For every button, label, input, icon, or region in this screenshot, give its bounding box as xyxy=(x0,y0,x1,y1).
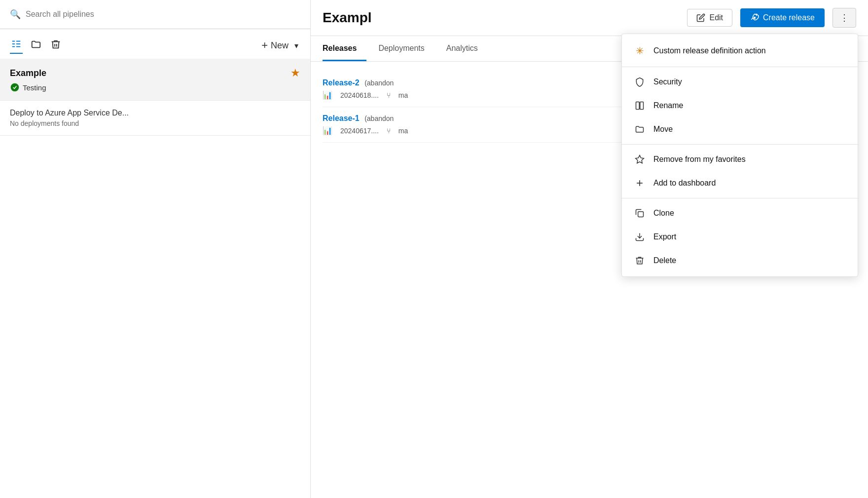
dropdown-item-add-dashboard[interactable]: Add to dashboard xyxy=(622,171,858,195)
search-icon: 🔍 xyxy=(10,9,21,20)
tab-deployments[interactable]: Deployments xyxy=(378,36,434,61)
new-btn-group: + New ▾ xyxy=(257,37,300,54)
more-dots-icon: ⋮ xyxy=(840,13,849,23)
deploy-icon: 📊 xyxy=(323,90,332,100)
deploy-icon-2: 📊 xyxy=(323,126,332,135)
dropdown-item-move[interactable]: Move xyxy=(622,117,858,141)
clone-icon xyxy=(634,208,646,218)
svg-point-6 xyxy=(11,83,19,92)
dropdown-item-export[interactable]: Export xyxy=(622,225,858,249)
delete-icon xyxy=(634,256,646,266)
secondary-pipeline-name: Deploy to Azure App Service De... xyxy=(10,109,300,117)
svg-marker-10 xyxy=(636,155,644,163)
search-bar: 🔍 xyxy=(0,0,310,29)
release-1-date: 20240617.... xyxy=(340,127,379,135)
list-icon-button[interactable] xyxy=(10,38,23,54)
create-release-button[interactable]: Create release xyxy=(740,8,825,27)
dropdown-divider-1 xyxy=(622,67,858,67)
branch-icon: ⑂ xyxy=(387,91,391,99)
dropdown-item-label-remove-fav: Remove from my favorites xyxy=(653,155,746,164)
dropdown-item-label-security: Security xyxy=(653,77,682,86)
pipeline-item-header: Example ★ xyxy=(10,67,300,79)
star-icon[interactable]: ★ xyxy=(290,67,300,79)
secondary-pipeline-sub: No deployments found xyxy=(10,119,300,127)
release-1-branch: ma xyxy=(398,127,408,135)
svg-rect-8 xyxy=(636,102,640,110)
create-release-button-label: Create release xyxy=(763,13,815,22)
pipeline-item-example[interactable]: Example ★ Testing xyxy=(0,59,310,101)
plus-icon: + xyxy=(261,39,268,52)
release-2-status: (abandon xyxy=(364,79,394,87)
new-chevron-button[interactable]: ▾ xyxy=(292,39,300,52)
release-2-date: 20240618.... xyxy=(340,91,379,99)
dropdown-item-rename[interactable]: Rename xyxy=(622,94,858,117)
dropdown-item-custom-action[interactable]: ✳ Custom release definition action xyxy=(622,38,858,64)
dropdown-item-security[interactable]: Security xyxy=(622,70,858,94)
folder-move-icon xyxy=(634,124,646,134)
pipeline-status: Testing xyxy=(10,82,300,92)
dropdown-divider-3 xyxy=(622,198,858,198)
release-2-branch: ma xyxy=(398,91,408,99)
left-panel: 🔍 + New xyxy=(0,0,311,498)
right-panel: Exampl Edit Create release ⋮ Releases De… xyxy=(311,0,868,498)
release-1-link[interactable]: Release-1 xyxy=(323,114,360,122)
asterisk-icon: ✳ xyxy=(634,45,646,57)
toolbar-icons xyxy=(10,38,62,54)
svg-rect-13 xyxy=(638,212,644,217)
svg-rect-9 xyxy=(640,102,644,110)
page-title: Exampl xyxy=(323,10,372,26)
branch-icon-2: ⑂ xyxy=(387,127,391,135)
dropdown-item-delete[interactable]: Delete xyxy=(622,249,858,272)
tab-analytics[interactable]: Analytics xyxy=(446,36,488,61)
star-outline-icon xyxy=(634,154,646,164)
release-2-link[interactable]: Release-2 xyxy=(323,78,360,87)
export-icon xyxy=(634,232,646,242)
svg-point-7 xyxy=(754,17,756,19)
pipeline-name: Example xyxy=(10,68,46,78)
dropdown-divider-2 xyxy=(622,144,858,145)
shield-icon xyxy=(634,77,646,87)
search-input[interactable] xyxy=(26,10,300,19)
dropdown-item-clone[interactable]: Clone xyxy=(622,201,858,225)
toolbar: + New ▾ xyxy=(0,29,310,59)
pipeline-status-label: Testing xyxy=(23,83,46,92)
dropdown-item-remove-favorites[interactable]: Remove from my favorites xyxy=(622,148,858,171)
edit-icon xyxy=(696,13,705,22)
new-button[interactable]: + New xyxy=(257,37,292,54)
rename-icon xyxy=(634,101,646,111)
edit-button[interactable]: Edit xyxy=(687,9,732,27)
dropdown-item-label-export: Export xyxy=(653,232,676,241)
release-1-status: (abandon xyxy=(364,115,394,122)
dropdown-item-label-move: Move xyxy=(653,125,673,134)
tab-releases[interactable]: Releases xyxy=(323,36,366,61)
folder-icon-button[interactable] xyxy=(30,38,42,53)
pipeline-list: Example ★ Testing Deploy to Azure App Se… xyxy=(0,59,310,498)
new-button-label: New xyxy=(271,40,289,51)
pipeline-item-secondary[interactable]: Deploy to Azure App Service De... No dep… xyxy=(0,101,310,136)
dropdown-menu: ✳ Custom release definition action Secur… xyxy=(621,34,858,277)
right-header: Exampl Edit Create release ⋮ xyxy=(311,0,868,36)
dropdown-item-label-clone: Clone xyxy=(653,209,674,218)
dropdown-item-label-rename: Rename xyxy=(653,101,683,110)
dropdown-item-label-custom: Custom release definition action xyxy=(653,46,766,55)
status-check-icon xyxy=(10,82,20,92)
edit-button-label: Edit xyxy=(709,13,723,22)
dropdown-item-label-add-dashboard: Add to dashboard xyxy=(653,179,716,188)
trash-icon-button[interactable] xyxy=(49,38,62,53)
more-options-button[interactable]: ⋮ xyxy=(832,8,856,28)
dropdown-item-label-delete: Delete xyxy=(653,256,676,265)
add-icon xyxy=(634,178,646,188)
rocket-icon xyxy=(750,13,759,22)
